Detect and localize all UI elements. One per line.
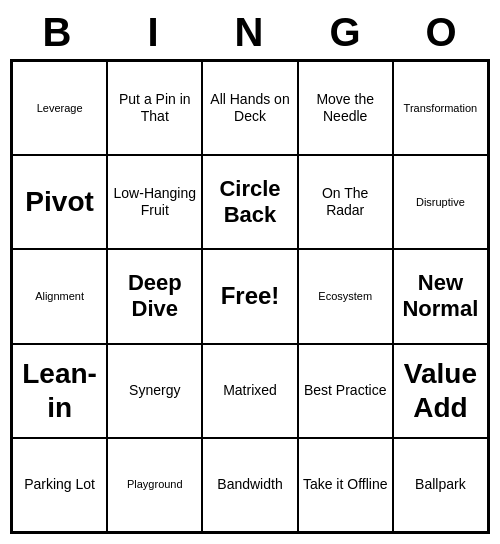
cell-text-17: Matrixed [223,382,277,399]
cell-text-1: Put a Pin in That [112,91,197,125]
cell-text-22: Bandwidth [217,476,282,493]
bingo-cell-1[interactable]: Put a Pin in That [107,61,202,155]
bingo-cell-4[interactable]: Transformation [393,61,488,155]
title-letter-n: N [206,10,294,55]
cell-text-23: Take it Offline [303,476,388,493]
bingo-cell-13[interactable]: Ecosystem [298,249,393,343]
bingo-title: B I N G O [10,10,490,55]
bingo-cell-8[interactable]: On The Radar [298,155,393,249]
cell-text-14: New Normal [398,270,483,323]
bingo-grid: LeveragePut a Pin in ThatAll Hands on De… [10,59,490,534]
bingo-cell-10[interactable]: Alignment [12,249,107,343]
cell-text-18: Best Practice [304,382,386,399]
cell-text-20: Parking Lot [24,476,95,493]
bingo-cell-0[interactable]: Leverage [12,61,107,155]
cell-text-3: Move the Needle [303,91,388,125]
bingo-cell-18[interactable]: Best Practice [298,344,393,438]
cell-text-12: Free! [221,282,280,311]
bingo-cell-9[interactable]: Disruptive [393,155,488,249]
cell-text-21: Playground [127,478,183,491]
cell-text-2: All Hands on Deck [207,91,292,125]
title-letter-g: G [302,10,390,55]
cell-text-6: Low-Hanging Fruit [112,185,197,219]
title-letter-i: I [110,10,198,55]
bingo-cell-23[interactable]: Take it Offline [298,438,393,532]
cell-text-7: Circle Back [207,176,292,229]
bingo-cell-16[interactable]: Synergy [107,344,202,438]
cell-text-19: Value Add [398,357,483,424]
title-letter-o: O [398,10,486,55]
cell-text-24: Ballpark [415,476,466,493]
cell-text-11: Deep Dive [112,270,197,323]
cell-text-4: Transformation [404,102,478,115]
cell-text-15: Lean-in [17,357,102,424]
bingo-cell-24[interactable]: Ballpark [393,438,488,532]
bingo-cell-17[interactable]: Matrixed [202,344,297,438]
bingo-cell-21[interactable]: Playground [107,438,202,532]
title-letter-b: B [14,10,102,55]
cell-text-9: Disruptive [416,196,465,209]
bingo-cell-6[interactable]: Low-Hanging Fruit [107,155,202,249]
cell-text-8: On The Radar [303,185,388,219]
cell-text-16: Synergy [129,382,180,399]
bingo-cell-20[interactable]: Parking Lot [12,438,107,532]
bingo-cell-14[interactable]: New Normal [393,249,488,343]
bingo-cell-5[interactable]: Pivot [12,155,107,249]
cell-text-10: Alignment [35,290,84,303]
bingo-cell-7[interactable]: Circle Back [202,155,297,249]
bingo-cell-12[interactable]: Free! [202,249,297,343]
bingo-cell-15[interactable]: Lean-in [12,344,107,438]
bingo-cell-19[interactable]: Value Add [393,344,488,438]
cell-text-0: Leverage [37,102,83,115]
bingo-cell-3[interactable]: Move the Needle [298,61,393,155]
bingo-cell-22[interactable]: Bandwidth [202,438,297,532]
bingo-cell-11[interactable]: Deep Dive [107,249,202,343]
cell-text-13: Ecosystem [318,290,372,303]
cell-text-5: Pivot [25,185,93,219]
bingo-cell-2[interactable]: All Hands on Deck [202,61,297,155]
